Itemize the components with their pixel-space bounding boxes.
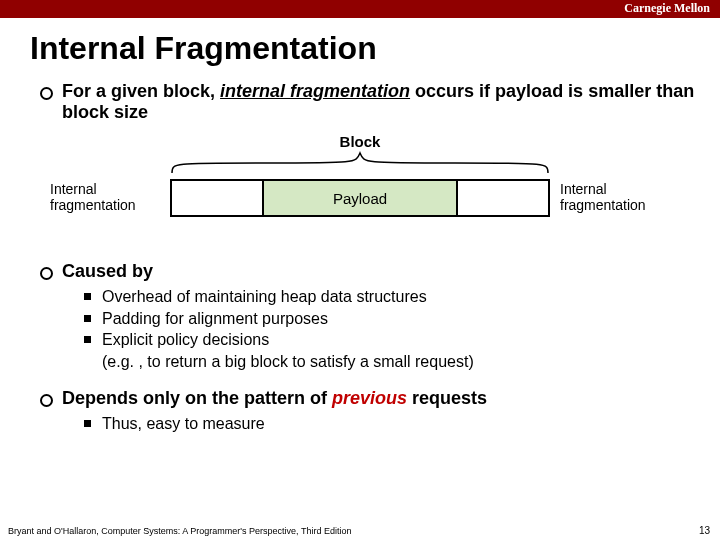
frag-right-label: Internal fragmentation (560, 181, 675, 213)
sub-policy: Explicit policy decisions (e.g. , to ret… (84, 329, 700, 372)
sub-overhead: Overhead of maintaining heap data struct… (84, 286, 700, 308)
block-diagram: Block Payload Internal fragmentation Int… (40, 133, 680, 243)
frag-left-label: Internal fragmentation (50, 181, 165, 213)
brand-label: Carnegie Mellon (624, 1, 710, 16)
emphasis-red: previous (332, 388, 407, 408)
brace-icon (170, 151, 550, 175)
block-label: Block (40, 133, 680, 150)
header-bar: Carnegie Mellon (0, 0, 720, 18)
text: (e.g. , to return a big block to satisfy… (102, 353, 474, 370)
page-number: 13 (699, 525, 710, 536)
text: Depends only on the pattern of (62, 388, 332, 408)
bullet-definition: For a given block, internal fragmentatio… (40, 81, 700, 123)
emphasis: internal fragmentation (220, 81, 410, 101)
footer-citation: Bryant and O'Hallaron, Computer Systems:… (8, 526, 351, 536)
text: Caused by (62, 261, 153, 281)
text: requests (407, 388, 487, 408)
text: For a given block, (62, 81, 220, 101)
page-title: Internal Fragmentation (30, 30, 720, 67)
payload-label: Payload (333, 190, 387, 207)
bullet-depends: Depends only on the pattern of previous … (40, 388, 700, 435)
text: Explicit policy decisions (102, 331, 269, 348)
sub-easy: Thus, easy to measure (84, 413, 700, 435)
sub-padding: Padding for alignment purposes (84, 308, 700, 330)
bullet-causedby: Caused by Overhead of maintaining heap d… (40, 261, 700, 372)
payload-box: Payload (262, 179, 458, 217)
